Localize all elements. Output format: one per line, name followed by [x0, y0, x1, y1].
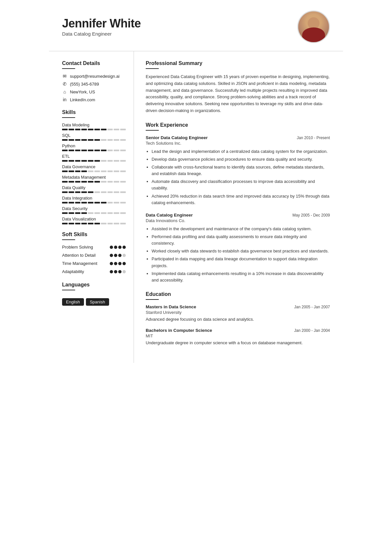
phone-icon: ✆ [62, 81, 67, 87]
job-bullet: Collaborate with cross-functional teams … [152, 164, 330, 177]
skill-segment [75, 181, 81, 183]
skill-segment [120, 139, 126, 141]
job-bullet: Achieved 20% reduction in data search ti… [152, 193, 330, 206]
soft-skill-name: Time Management [62, 261, 110, 267]
rating-dot [114, 254, 117, 257]
skill-segment [69, 223, 74, 224]
job-block: Data Catalog EngineerMay 2005 - Dec 2009… [146, 213, 330, 283]
job-bullet: Participated in data mapping and data li… [152, 256, 330, 269]
job-bullet: Worked closely with data stewards to est… [152, 248, 330, 254]
rating-dot [122, 270, 126, 273]
skill-segment [75, 223, 81, 224]
skill-bar [62, 170, 126, 172]
summary-title: Professional Summary [146, 60, 330, 66]
skill-segment [88, 212, 93, 214]
skill-segment [62, 170, 68, 172]
languages-title: Languages [62, 282, 126, 288]
rating-dot [110, 246, 113, 249]
skill-segment [81, 181, 87, 183]
skill-segment [114, 160, 119, 162]
job-company: Tech Solutions Inc. [146, 141, 330, 146]
skill-segment [88, 223, 93, 224]
skill-segment [81, 139, 87, 141]
skill-segment [75, 191, 81, 193]
skill-segment [114, 191, 119, 193]
summary-divider [146, 68, 159, 69]
skill-segment [101, 202, 106, 203]
work-title: Work Experience [146, 122, 330, 128]
skill-segment [62, 223, 68, 224]
skill-segment [107, 191, 113, 193]
contact-item: ✉support@resumedesign.ai [62, 73, 126, 79]
candidate-title: Data Catalog Engineer [62, 31, 141, 37]
skill-segment [69, 170, 74, 172]
skills-divider [62, 117, 75, 118]
job-title: Data Catalog Engineer [146, 213, 193, 218]
skill-segment [114, 223, 119, 224]
skill-name: Data Security [62, 206, 126, 211]
skill-segment [75, 212, 81, 214]
skill-segment [101, 191, 106, 193]
contact-item: ✆(555) 345-6789 [62, 81, 126, 87]
header-text: Jennifer White Data Catalog Engineer [62, 17, 141, 37]
edu-header: Bachelors in Computer ScienceJan 2000 - … [146, 328, 330, 333]
skill-segment [101, 212, 106, 214]
soft-skill-name: Adaptability [62, 269, 110, 275]
soft-skill-row: Adaptability [62, 269, 126, 275]
edu-description: Undergraduate degree in computer science… [146, 340, 330, 346]
languages-list: EnglishSpanish [62, 295, 126, 306]
skill-segment [107, 202, 113, 203]
rating-dot [114, 246, 117, 249]
skill-name: Data Governance [62, 164, 126, 169]
skill-segment [120, 170, 126, 172]
skill-segment [107, 139, 113, 141]
contact-title: Contact Details [62, 60, 126, 66]
skill-bar [62, 191, 126, 193]
skill-segment [94, 191, 100, 193]
skill-segment [88, 139, 93, 141]
contact-label: NewYork, US [70, 89, 95, 94]
job-block: Senior Data Catalog EngineerJan 2010 - P… [146, 135, 330, 206]
skill-segment [69, 139, 74, 141]
sidebar: Contact Details ✉support@resumedesign.ai… [49, 51, 134, 363]
skill-segment [75, 202, 81, 203]
skill-bar [62, 212, 126, 214]
skill-segment [120, 150, 126, 151]
skill-segment [88, 170, 93, 172]
skills-list: Data ModelingSQLPythonETLData Governance… [62, 122, 126, 224]
skill-segment [94, 150, 100, 151]
language-badge: English [62, 298, 84, 306]
dot-rating [110, 270, 126, 273]
main-layout: Contact Details ✉support@resumedesign.ai… [49, 51, 343, 363]
job-bullet: Performed data profiling and data qualit… [152, 234, 330, 247]
job-title: Senior Data Catalog Engineer [146, 135, 208, 140]
skill-segment [69, 160, 74, 162]
job-company: Data Innovations Co. [146, 218, 330, 223]
skill-segment [88, 181, 93, 183]
content-area: Professional Summary Experienced Data Ca… [134, 51, 343, 363]
rating-dot [110, 262, 113, 265]
work-divider [146, 130, 159, 131]
edu-header: Masters in Data ScienceJan 2005 - Jan 20… [146, 304, 330, 309]
rating-dot [110, 270, 113, 273]
skill-segment [69, 202, 74, 203]
edu-school: MIT [146, 333, 330, 338]
skill-name: ETL [62, 154, 126, 159]
job-bullets: Lead the design and implementation of a … [146, 148, 330, 206]
skill-name: Data Integration [62, 196, 126, 201]
skill-segment [120, 223, 126, 224]
candidate-name: Jennifer White [62, 17, 141, 30]
skill-segment [94, 202, 100, 203]
job-bullet: Assisted in the development and maintena… [152, 226, 330, 232]
skill-name: Data Modeling [62, 122, 126, 127]
skill-segment [101, 129, 106, 130]
skill-segment [114, 139, 119, 141]
skill-segment [101, 139, 106, 141]
skill-segment [69, 129, 74, 130]
skill-segment [69, 191, 74, 193]
job-header: Senior Data Catalog EngineerJan 2010 - P… [146, 135, 330, 140]
job-header: Data Catalog EngineerMay 2005 - Dec 2009 [146, 213, 330, 218]
avatar [297, 10, 330, 43]
education-list: Masters in Data ScienceJan 2005 - Jan 20… [146, 304, 330, 346]
soft-skill-row: Attention to Detail [62, 253, 126, 258]
